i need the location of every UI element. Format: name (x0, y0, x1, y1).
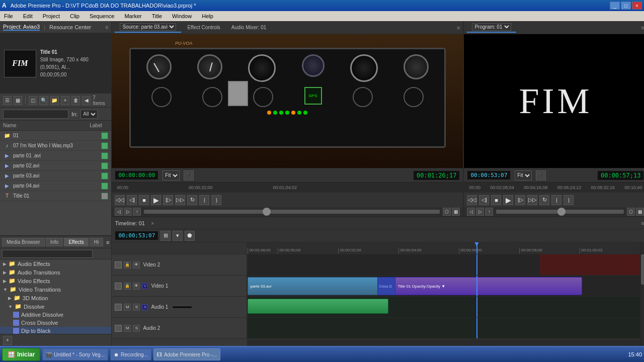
source-extra-btn-3[interactable]: ↑ (133, 208, 141, 216)
source-timecode-end[interactable]: 00:01:26;17 (413, 170, 460, 180)
audio1-mute[interactable]: M (124, 304, 131, 311)
prog-loop-btn[interactable]: ↻ (539, 195, 549, 205)
timeline-marker-btn[interactable]: ▾ (173, 231, 183, 241)
new-item-button[interactable]: + (61, 96, 69, 105)
category-audio-transitions[interactable]: ▶ 📁 Audio Transitions (0, 268, 111, 277)
source-jog-bar[interactable] (144, 210, 440, 214)
panel-menu-icon[interactable]: ≡ (105, 24, 108, 30)
menu-title[interactable]: Title (150, 13, 164, 19)
tab-effects[interactable]: Effects (64, 238, 88, 246)
effects-panel-menu[interactable]: ≡ (106, 239, 109, 245)
timeline-horizontal-scrollbar[interactable] (248, 339, 640, 346)
prog-next-frame-btn[interactable]: |▷ (515, 195, 525, 205)
tab-history[interactable]: Hi (90, 238, 103, 246)
project-panel-tab[interactable]: Project: Aviao3 (3, 24, 40, 31)
source-marker-in[interactable]: ⬛ (184, 170, 194, 180)
icon-view-button[interactable]: ▦ (14, 96, 22, 105)
source-jog-knob[interactable] (263, 208, 271, 216)
play-btn[interactable]: ▶ (151, 195, 161, 205)
clip-transition[interactable]: Cross D (377, 277, 396, 295)
timeline-snap-btn[interactable]: ⊞ (160, 231, 171, 241)
step-back-btn[interactable]: ◁◁ (115, 195, 125, 205)
prog-extra-btn-2[interactable]: ▷ (476, 208, 484, 216)
list-item[interactable]: 📁 01 (0, 131, 111, 141)
close-button[interactable]: × (632, 2, 642, 10)
audio1-sync-lock[interactable]: A (142, 304, 148, 310)
video2-toggle[interactable] (115, 261, 122, 268)
prog-extra-btn-1[interactable]: ◁ (467, 208, 475, 216)
search-button[interactable]: 🔍 (39, 96, 48, 105)
menu-file[interactable]: File (2, 13, 15, 19)
maximize-button[interactable]: □ (621, 2, 631, 10)
program-marker-in[interactable]: ⬛ (536, 170, 546, 180)
automate-button[interactable]: ◫ (29, 96, 37, 105)
prog-extra-btn-3[interactable]: ↑ (485, 208, 493, 216)
prog-overlay-btn-1[interactable]: ⬡ (627, 208, 635, 216)
program-monitor-collapse[interactable]: ≡ (641, 25, 644, 31)
menu-edit[interactable]: Edit (21, 13, 35, 19)
audio1-toggle[interactable] (115, 304, 122, 311)
source-tab-select[interactable]: Source: parte 03.avi (120, 23, 176, 31)
tab-source[interactable]: Source: parte 03.avi (115, 22, 181, 33)
category-video-effects[interactable]: ▶ 📁 Video Effects (0, 277, 111, 285)
vertical-scroll-thumb[interactable] (641, 254, 644, 285)
prog-play-btn[interactable]: ▶ (503, 195, 513, 205)
list-view-button[interactable]: ☰ (3, 96, 12, 105)
video1-lock[interactable]: 🔒 (124, 283, 131, 290)
prog-prev-frame-btn[interactable]: ◁| (479, 195, 489, 205)
effect-cross-dissolve[interactable]: Cross Dissolve (0, 319, 111, 327)
video2-visibility[interactable]: 👁 (133, 261, 140, 268)
source-fit-select[interactable]: Fit (163, 170, 180, 180)
tab-audio-mixer[interactable]: Audio Mixer: 01 (226, 24, 271, 31)
prog-out-point-btn[interactable]: } (564, 195, 574, 205)
video1-visibility[interactable]: 👁 (133, 283, 140, 290)
program-timecode-end[interactable]: 00:00:57;13 (597, 170, 644, 180)
minimize-button[interactable]: _ (610, 2, 620, 10)
menu-clip[interactable]: Clip (68, 13, 82, 19)
loop-btn[interactable]: ↻ (187, 195, 197, 205)
list-item[interactable]: ▶ parte 04.avi (0, 181, 111, 191)
prog-stop-btn[interactable]: ■ (491, 195, 501, 205)
step-forward-btn[interactable]: ▷▷ (175, 195, 185, 205)
source-timecode-start[interactable]: 00:00:00:00 (115, 170, 158, 180)
audio2-toggle[interactable] (115, 325, 122, 332)
prog-in-point-btn[interactable]: { (551, 195, 561, 205)
audio2-solo[interactable]: S (133, 325, 140, 332)
program-jog-bar[interactable] (496, 210, 624, 214)
video1-content[interactable]: parte 03.avi Cross D Title 01 Opacity:Op… (248, 276, 640, 296)
taskbar-app-premiere[interactable]: 🎞 Adobe Premiere Pro -... (153, 348, 220, 360)
audio1-level[interactable] (172, 306, 192, 309)
audio2-mute[interactable]: M (124, 325, 131, 332)
source-extra-btn-2[interactable]: ▷ (124, 208, 132, 216)
prog-step-back-btn[interactable]: ◁◁ (467, 195, 477, 205)
effects-add-button[interactable]: + (3, 336, 12, 345)
menu-window[interactable]: Window (170, 13, 194, 19)
taskbar-app-sony-vegas[interactable]: 🎬 Untitled * - Sony Veg... (42, 348, 108, 360)
effects-search-input[interactable] (2, 250, 93, 258)
subcategory-3d-motion[interactable]: ▶ 📁 3D Motion (0, 294, 111, 302)
audio1-solo[interactable]: S (133, 304, 140, 311)
category-video-transitions[interactable]: ▼ 📁 Video Transitions (0, 285, 111, 294)
effect-dip-to-black[interactable]: Dip to Black (0, 327, 111, 334)
video1-sync-lock[interactable]: V (142, 283, 148, 289)
source-monitor-collapse[interactable]: ≡ (457, 25, 460, 31)
menu-help[interactable]: Help (200, 13, 215, 19)
next-frame-btn[interactable]: |▷ (163, 195, 173, 205)
timeline-timecode[interactable]: 00;00;53;07 (115, 231, 158, 240)
category-audio-effects[interactable]: ▶ 📁 Audio Effects (0, 259, 111, 268)
arrow-button[interactable]: ◀ (82, 96, 91, 105)
timeline-ripple-btn[interactable]: ⬟ (185, 231, 195, 241)
program-jog-knob[interactable] (557, 208, 566, 216)
source-overlay-btn-1[interactable]: ⬡ (443, 208, 451, 216)
tab-info[interactable]: Info (46, 238, 63, 246)
delete-button[interactable]: 🗑 (71, 96, 80, 105)
title-bar-controls[interactable]: _ □ × (610, 2, 642, 10)
program-timecode-start[interactable]: 00:00:53;07 (467, 170, 511, 180)
list-item[interactable]: ♪ 07 I'm Not Who I Was.mp3 (0, 141, 111, 151)
prev-frame-btn[interactable]: ◁| (127, 195, 137, 205)
search-input[interactable] (3, 110, 68, 119)
list-item[interactable]: ▶ parte 02.avi (0, 161, 111, 171)
menu-sequence[interactable]: Sequence (88, 13, 117, 19)
clip-audio1[interactable] (248, 299, 388, 314)
list-item[interactable]: ▶ parte 03.avi (0, 171, 111, 181)
